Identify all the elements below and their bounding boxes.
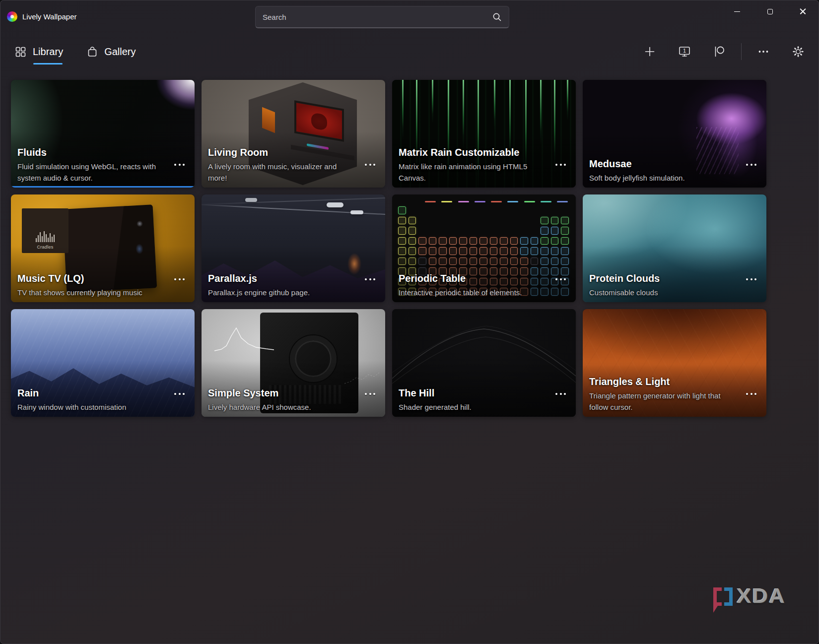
settings-button[interactable] <box>785 42 811 62</box>
search-input[interactable] <box>263 13 492 21</box>
wallpaper-description: Parallax.js engine github page. <box>208 287 354 298</box>
wallpaper-title: Simple System <box>208 386 354 400</box>
app-title: Lively Wallpaper <box>22 12 77 21</box>
maximize-button[interactable] <box>753 0 786 23</box>
app-logo-icon <box>7 11 17 22</box>
wallpaper-title: Music TV (LQ) <box>17 272 164 285</box>
tv-caption: Cradles <box>37 245 53 250</box>
tile-info: Periodic Table Interactive periodic tabl… <box>399 272 545 298</box>
wallpaper-tile-triangles-light[interactable]: Triangles & Light Triangle pattern gener… <box>583 309 766 417</box>
wallpaper-title: The Hill <box>399 386 545 400</box>
display-count-badge: 1 <box>683 48 686 54</box>
tile-info: Matrix Rain Customizable Matrix like rai… <box>399 146 545 184</box>
minimize-button[interactable] <box>721 0 753 23</box>
tab-gallery[interactable]: Gallery <box>87 45 136 59</box>
wallpaper-title: Periodic Table <box>399 272 545 285</box>
tile-more-button[interactable] <box>743 275 759 283</box>
search-icon <box>492 12 502 22</box>
tab-library[interactable]: Library <box>15 45 63 59</box>
tile-more-button[interactable] <box>362 390 378 398</box>
tile-more-button[interactable] <box>171 161 188 169</box>
wallpaper-title: Medusae <box>589 157 736 171</box>
wallpaper-description: Shader generated hill. <box>399 401 545 413</box>
wallpaper-title: Triangles & Light <box>589 375 736 388</box>
wallpaper-title: Protein Clouds <box>589 272 736 285</box>
wallpaper-description: Interactive periodic table of elements. <box>399 287 545 298</box>
wallpaper-tile-music-tv[interactable]: Cradles Music TV (LQ) TV that shows curr… <box>11 194 195 302</box>
wallpaper-description: TV that shows currently playing music <box>17 287 164 298</box>
tile-info: Protein Clouds Customisable clouds <box>589 272 736 298</box>
wallpaper-tile-periodic-table[interactable]: Periodic Table Interactive periodic tabl… <box>392 194 576 302</box>
wallpaper-description: Fluid simulation using WebGL, reacts wit… <box>17 161 164 184</box>
tile-more-button[interactable] <box>743 161 759 169</box>
wallpaper-tile-matrix-rain[interactable]: Matrix Rain Customizable Matrix like rai… <box>392 80 576 188</box>
tile-more-button[interactable] <box>552 161 569 169</box>
wallpaper-description: Triangle pattern generator with light th… <box>589 390 736 413</box>
wallpaper-tile-rain[interactable]: Rain Rainy window with customisation <box>11 309 195 417</box>
tile-more-button[interactable] <box>362 275 378 283</box>
tile-more-button[interactable] <box>362 161 378 169</box>
tile-info: Fluids Fluid simulation using WebGL, rea… <box>17 146 164 184</box>
tile-more-button[interactable] <box>743 390 759 398</box>
close-icon <box>800 8 806 15</box>
search-box <box>255 6 509 28</box>
grid-icon <box>15 46 26 58</box>
wallpaper-title: Rain <box>17 386 164 400</box>
xda-watermark-text: XDA <box>737 587 786 604</box>
tile-more-button[interactable] <box>552 275 569 283</box>
monitor-icon: 1 <box>678 46 691 58</box>
wallpaper-title: Matrix Rain Customizable <box>399 146 545 159</box>
tile-more-button[interactable] <box>171 390 188 398</box>
toolbar-divider <box>741 43 742 60</box>
xda-bracket-left-icon <box>713 587 722 606</box>
wallpaper-grid: Fluids Fluid simulation using WebGL, rea… <box>11 80 766 417</box>
xda-bracket-right-icon <box>724 587 733 606</box>
xda-watermark: XDA <box>713 587 786 606</box>
wallpaper-tile-simple-system[interactable]: Simple System Lively hardware API showca… <box>202 309 385 417</box>
wallpaper-tile-the-hill[interactable]: The Hill Shader generated hill. <box>392 309 576 417</box>
minimize-icon <box>734 11 740 12</box>
more-options-button[interactable] <box>751 42 776 62</box>
titlebar: Lively Wallpaper <box>0 0 819 30</box>
tile-info: The Hill Shader generated hill. <box>399 386 545 413</box>
tile-info: Parallax.js Parallax.js engine github pa… <box>208 272 354 298</box>
wallpaper-description: Rainy window with customisation <box>17 401 164 413</box>
plus-icon <box>644 46 655 57</box>
wallpaper-tile-protein-clouds[interactable]: Protein Clouds Customisable clouds <box>583 194 766 302</box>
patreon-button[interactable] <box>706 42 732 62</box>
wallpaper-description: A lively room with music, visualizer and… <box>208 161 354 184</box>
wallpaper-description: Lively hardware API showcase. <box>208 401 354 413</box>
bag-icon <box>87 46 98 58</box>
wallpaper-tile-parallax[interactable]: Parallax.js Parallax.js engine github pa… <box>202 194 385 302</box>
wallpaper-title: Fluids <box>17 146 164 159</box>
wallpaper-tile-medusae[interactable]: Medusae Soft body jellyfish simulation. <box>583 80 766 188</box>
maximize-icon <box>767 9 773 14</box>
wallpaper-tile-fluids[interactable]: Fluids Fluid simulation using WebGL, rea… <box>11 80 195 188</box>
wallpaper-description: Customisable clouds <box>589 287 736 298</box>
navigation-bar: Library Gallery 1 <box>0 40 819 64</box>
tile-info: Living Room A lively room with music, vi… <box>208 146 354 184</box>
tile-info: Medusae Soft body jellyfish simulation. <box>589 157 736 184</box>
wallpaper-title: Living Room <box>208 146 354 159</box>
active-displays-button[interactable]: 1 <box>672 42 697 62</box>
gear-icon <box>792 46 804 58</box>
tab-strip: Library Gallery <box>15 41 136 63</box>
wallpaper-tile-living-room[interactable]: Living Room A lively room with music, vi… <box>202 80 385 188</box>
tab-gallery-label: Gallery <box>104 45 136 59</box>
app-window: Lively Wallpaper Library <box>0 0 819 644</box>
tab-library-label: Library <box>33 45 63 59</box>
tile-info: Rain Rainy window with customisation <box>17 386 164 413</box>
wallpaper-title: Parallax.js <box>208 272 354 285</box>
tile-info: Simple System Lively hardware API showca… <box>208 386 354 413</box>
tile-more-button[interactable] <box>171 275 188 283</box>
patreon-icon <box>713 46 725 58</box>
toolbar-actions: 1 <box>637 41 811 63</box>
ellipsis-icon <box>757 46 769 58</box>
tv-spectrum-bars <box>36 229 55 242</box>
tile-info: Music TV (LQ) TV that shows currently pl… <box>17 272 164 298</box>
tile-more-button[interactable] <box>552 390 569 398</box>
add-wallpaper-button[interactable] <box>637 42 663 62</box>
close-button[interactable] <box>786 0 819 23</box>
wallpaper-description: Matrix like rain animation using HTML5 C… <box>399 161 545 184</box>
window-controls <box>721 0 819 23</box>
